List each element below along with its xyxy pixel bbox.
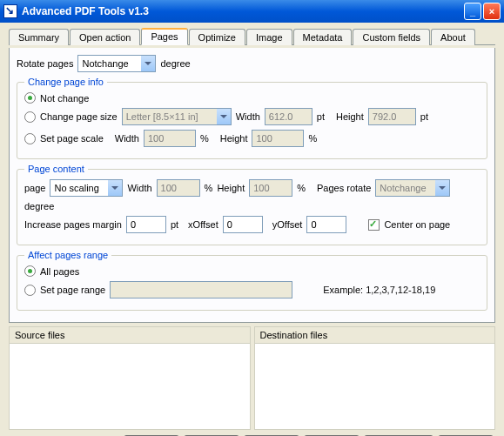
chevron-down-icon <box>141 56 155 71</box>
set-scale-label: Set page scale <box>40 133 104 144</box>
source-files-header: Source files <box>10 327 250 344</box>
page-content-group: Page content page No scaling Width 100 %… <box>17 164 487 245</box>
radio-change-size[interactable] <box>24 111 36 123</box>
source-files-list[interactable] <box>10 344 250 429</box>
width-input[interactable]: 612.0 <box>265 108 312 125</box>
radio-set-scale[interactable] <box>24 133 36 144</box>
scale-height-label: Height <box>220 133 248 144</box>
pages-rotate-label: Pages rotate <box>317 183 371 193</box>
rotate-value: Notchange <box>82 58 128 69</box>
center-on-page-checkbox[interactable] <box>368 219 380 231</box>
change-page-info-group: Change page info Not change Change page … <box>17 77 487 159</box>
height-label: Height <box>336 111 364 122</box>
pc-width-input[interactable]: 100 <box>157 179 200 197</box>
set-range-label: Set page range <box>40 285 105 295</box>
xoffset-label: xOffset <box>188 219 218 230</box>
margin-unit: pt <box>171 219 178 230</box>
yoffset-input[interactable]: 0 <box>306 216 346 233</box>
pages-panel: Rotate pages Notchange degree Change pag… <box>9 48 495 323</box>
pc-height-label: Height <box>217 183 245 193</box>
close-window-button[interactable]: × <box>483 3 501 20</box>
chevron-down-icon <box>108 180 122 196</box>
pages-rotate-value: Notchange <box>380 183 426 193</box>
rotate-unit: degree <box>160 58 190 69</box>
scale-height-unit: % <box>308 133 317 144</box>
chevron-down-icon <box>435 180 449 196</box>
minimize-button[interactable]: _ <box>464 3 481 20</box>
radio-not-change[interactable] <box>24 92 36 104</box>
page-scaling-value: No scaling <box>54 183 98 193</box>
pc-width-label: Width <box>127 183 151 193</box>
radio-set-range[interactable] <box>24 285 36 296</box>
pc-width-unit: % <box>205 183 213 193</box>
tab-about[interactable]: About <box>431 29 475 45</box>
page-range-input[interactable] <box>110 281 292 298</box>
tab-custom-fields[interactable]: Custom fields <box>353 29 430 45</box>
tab-metadata[interactable]: Metadata <box>293 29 353 45</box>
app-icon <box>3 4 17 18</box>
chevron-down-icon <box>217 109 231 124</box>
tab-bar: Summary Open action Pages Optimize Image… <box>9 28 495 45</box>
source-files-panel: Source files <box>9 326 251 430</box>
page-label: page <box>24 183 45 193</box>
destination-files-list[interactable] <box>255 344 495 429</box>
destination-files-header: Destination files <box>255 327 495 344</box>
center-on-page-label: Center on page <box>384 219 450 230</box>
scale-width-input[interactable]: 100 <box>144 130 196 147</box>
tab-image[interactable]: Image <box>246 29 292 45</box>
height-unit: pt <box>420 111 428 122</box>
tab-pages[interactable]: Pages <box>141 28 187 45</box>
width-unit: pt <box>317 111 325 122</box>
radio-all-pages[interactable] <box>24 265 36 277</box>
margin-label: Increase pages margin <box>24 219 122 230</box>
page-size-value: Letter [8.5×11 in] <box>126 111 198 122</box>
all-pages-label: All pages <box>40 266 79 277</box>
scale-height-input[interactable]: 100 <box>252 130 304 147</box>
height-input[interactable]: 792.0 <box>368 108 416 125</box>
range-legend: Affect pages range <box>24 250 111 260</box>
change-size-label: Change page size <box>40 111 118 122</box>
rotate-label: Rotate pages <box>17 58 73 69</box>
pc-height-input[interactable]: 100 <box>249 179 292 197</box>
tab-summary[interactable]: Summary <box>9 29 69 45</box>
affect-range-group: Affect pages range All pages Set page ra… <box>17 250 487 311</box>
range-example: Example: 1,2,3,7,12-18,19 <box>323 285 435 295</box>
yoffset-label: yOffset <box>272 219 303 230</box>
not-change-label: Not change <box>40 93 89 104</box>
destination-files-panel: Destination files <box>254 326 496 430</box>
margin-input[interactable]: 0 <box>126 216 166 233</box>
tab-optimize[interactable]: Optimize <box>189 29 245 45</box>
pages-rotate-unit: degree <box>24 201 54 211</box>
tab-open-action[interactable]: Open action <box>70 29 140 45</box>
page-size-select[interactable]: Letter [8.5×11 in] <box>122 108 232 125</box>
page-content-legend: Page content <box>24 164 88 174</box>
window-title: Advanced PDF Tools v1.3 <box>22 5 464 17</box>
scale-width-unit: % <box>200 133 209 144</box>
width-label: Width <box>236 111 260 122</box>
pages-rotate-select[interactable]: Notchange <box>375 179 450 197</box>
pc-height-unit: % <box>297 183 306 193</box>
titlebar: Advanced PDF Tools v1.3 _ × <box>0 0 504 23</box>
rotate-select[interactable]: Notchange <box>77 55 156 72</box>
change-info-legend: Change page info <box>24 77 107 87</box>
page-scaling-select[interactable]: No scaling <box>50 179 123 197</box>
scale-width-label: Width <box>115 133 139 144</box>
xoffset-input[interactable]: 0 <box>223 216 263 233</box>
